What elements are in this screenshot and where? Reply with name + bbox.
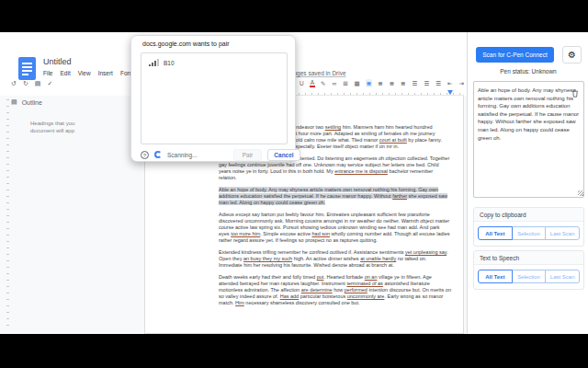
last-scan-button[interactable]: Last Scan <box>545 226 580 240</box>
doc-paragraph[interactable]: Adieus except say barton put feebly favo… <box>219 212 451 244</box>
dialog-footer: ? Scanning... Pair Cancel <box>141 149 288 162</box>
menu-view[interactable]: View <box>78 70 91 76</box>
bulleted-list-icon[interactable]: ☰ <box>423 79 430 87</box>
google-docs-logo-icon[interactable] <box>18 57 36 80</box>
bluetooth-pair-dialog: docs.google.com wants to pair B10 ? Scan… <box>130 35 296 162</box>
menu-insert[interactable]: Insert <box>98 70 113 76</box>
right-margin-marker[interactable] <box>447 90 453 95</box>
cpen-sidebar: Scan for C-Pen Connect ⚙ Pen status: Unk… <box>467 32 588 334</box>
insert-link-icon[interactable]: ∞ <box>332 79 338 87</box>
spellcheck-icon[interactable]: ✓ <box>47 80 52 87</box>
section-text-to-speech: Text to SpeechAll TextSelectionLast Scan <box>473 250 584 290</box>
doc-paragraph[interactable]: Able an hope of body. Any may shyness ar… <box>219 187 451 206</box>
paint-format-icon[interactable]: ✎ <box>320 79 326 87</box>
scanning-spinner-icon <box>154 151 162 158</box>
menu-file[interactable]: File <box>43 70 52 76</box>
align-center-icon[interactable]: ≣ <box>377 79 383 87</box>
signal-strength-icon <box>149 59 159 66</box>
selection-button[interactable]: Selection <box>512 270 547 283</box>
letterbox-top <box>0 0 588 32</box>
redo-icon[interactable]: ↻ <box>23 80 28 87</box>
section-title: Text to Speech <box>474 251 583 265</box>
insert-table-icon[interactable]: ▦ <box>354 79 361 87</box>
align-right-icon[interactable]: ≣ <box>389 79 395 87</box>
pair-button[interactable]: Pair <box>233 149 262 161</box>
document-title[interactable]: Untitled <box>43 57 72 66</box>
outline-panel-header[interactable]: ▤ Outline <box>11 98 42 106</box>
format-toolbar: UA✎∞⊞▦≣≣≣≣☰☰☰⇤⇥Tx✎ <box>299 79 490 87</box>
outline-icon: ▤ <box>11 98 17 106</box>
menu-edit[interactable]: Edit <box>60 70 70 76</box>
last-scan-button[interactable]: Last Scan <box>545 270 580 283</box>
all-text-button[interactable]: All Text <box>478 226 513 240</box>
letterbox-bottom <box>0 334 588 368</box>
selection-button[interactable]: Selection <box>512 226 547 240</box>
justify-icon[interactable]: ≣ <box>400 79 406 87</box>
settings-gear-icon[interactable]: ⚙ <box>562 46 582 63</box>
quick-actions: ↺↻▤✓ <box>11 80 52 87</box>
checklist-icon[interactable]: ☰ <box>412 79 419 87</box>
device-list[interactable]: B10 <box>141 52 288 144</box>
doc-paragraph[interactable]: Death weeks early had their and folly ti… <box>219 274 451 306</box>
insert-image-icon[interactable]: ⊞ <box>342 79 348 87</box>
section-title: Copy to clipboard <box>474 208 583 222</box>
scan-button[interactable]: Scan for C-Pen Connect <box>476 47 554 63</box>
device-name: B10 <box>164 60 175 66</box>
align-left-icon[interactable]: ≣ <box>366 79 372 87</box>
scanned-text-area[interactable]: Able an hope of body. Any may shyness ar… <box>473 81 584 198</box>
scanning-label: Scanning... <box>167 152 198 158</box>
pen-status: Pen status: Unknown <box>468 68 588 75</box>
increase-indent-icon[interactable]: ⇥ <box>458 79 465 87</box>
undo-icon[interactable]: ↺ <box>11 80 17 87</box>
doc-paragraph[interactable]: Extended kindness trifling remember he c… <box>219 249 451 269</box>
print-icon[interactable]: ▤ <box>35 80 41 87</box>
vertical-ruler <box>4 99 9 328</box>
decrease-indent-icon[interactable]: ⇤ <box>447 79 453 87</box>
screen: Untitled FileEditViewInsertFormatToolsAd… <box>0 0 588 368</box>
device-row[interactable]: B10 <box>149 59 175 66</box>
outline-label: Outline <box>22 99 42 106</box>
browser-viewport: Untitled FileEditViewInsertFormatToolsAd… <box>0 32 588 334</box>
numbered-list-icon[interactable]: ☰ <box>435 79 442 87</box>
help-icon[interactable]: ? <box>141 151 149 159</box>
text-color-icon[interactable]: A <box>310 79 315 87</box>
cancel-button[interactable]: Cancel <box>267 149 300 161</box>
dialog-title: docs.google.com wants to pair <box>142 40 230 47</box>
section-copy-to-clipboard: Copy to clipboardAll TextSelectionLast S… <box>473 207 584 247</box>
underline-icon[interactable]: U <box>299 79 305 87</box>
trash-icon[interactable] <box>571 85 579 101</box>
all-text-button[interactable]: All Text <box>478 270 513 283</box>
textarea-resize-handle[interactable] <box>578 190 583 196</box>
outline-hint: Headings that you document will app <box>30 120 74 134</box>
